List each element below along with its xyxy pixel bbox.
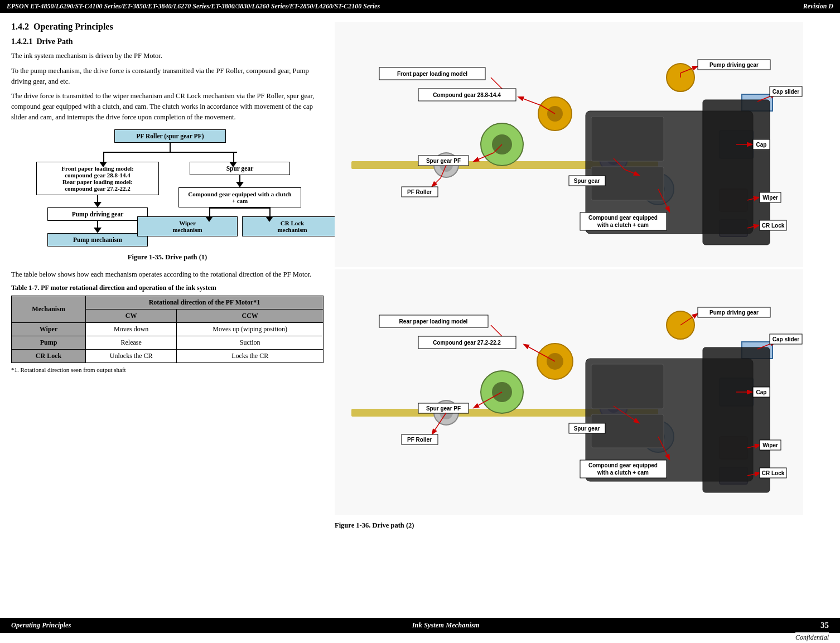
footer-center: Ink System Mechanism — [412, 621, 480, 630]
svg-text:CR Lock: CR Lock — [762, 470, 785, 476]
header-bar: EPSON ET-4850/L6290/ST-C4100 Series/ET-3… — [0, 0, 840, 13]
table-footnote: *1. Rotational direction seen from outpu… — [11, 366, 324, 373]
col-ccw: CCW — [177, 310, 324, 323]
diagram-top-svg: Front paper loading model Pump driving g… — [335, 22, 803, 267]
svg-text:Pump driving gear: Pump driving gear — [709, 310, 759, 316]
flow-box-pump-mech: Pump mechanism — [47, 233, 148, 246]
svg-text:Spur gear PF: Spur gear PF — [426, 405, 461, 412]
body-para-2: To the pump mechanism, the drive force i… — [11, 66, 324, 87]
table-caption: Table 1-7. PF motor rotational direction… — [11, 284, 324, 292]
flow-box-spur-gear: Spur gear — [190, 162, 290, 175]
table-row: Pump Release Suction — [12, 336, 324, 350]
row-crlock-mech: CR Lock — [12, 350, 86, 363]
col-mechanism: Mechanism — [12, 296, 86, 323]
fig35-caption: Figure 1-35. Drive path (1) — [11, 253, 324, 262]
row-wiper-cw: Moves down — [86, 323, 177, 336]
diagram-bottom-svg: Rear paper loading model Pump driving ge… — [335, 269, 803, 515]
header-title: EPSON ET-4850/L6290/ST-C4100 Series/ET-3… — [7, 2, 380, 11]
flow-box-crlock: CR Lock mechanism — [242, 216, 342, 236]
row-pump-cw: Release — [86, 336, 177, 350]
svg-text:Front paper loading model: Front paper loading model — [397, 71, 467, 77]
svg-text:Compound gear 28.8-14.4: Compound gear 28.8-14.4 — [433, 92, 501, 98]
svg-text:Compound gear equipped: Compound gear equipped — [588, 215, 658, 221]
section-title: 1.4.2 Operating Principles — [11, 22, 324, 32]
svg-text:PF Roller: PF Roller — [407, 437, 432, 443]
svg-text:CR Lock: CR Lock — [762, 223, 785, 229]
svg-text:Spur gear PF: Spur gear PF — [426, 158, 461, 164]
row-pump-ccw: Suction — [177, 336, 324, 350]
flow-box-wiper: Wiper mechanism — [137, 216, 238, 236]
svg-text:Compound gear 27.2-22.2: Compound gear 27.2-22.2 — [433, 340, 501, 346]
flow-box-pump-gear: Pump driving gear — [47, 207, 148, 221]
left-column: 1.4.2 Operating Principles 1.4.2.1 Drive… — [11, 22, 324, 530]
svg-text:Pump driving gear: Pump driving gear — [709, 62, 759, 68]
svg-text:with a clutch + cam: with a clutch + cam — [597, 222, 649, 228]
row-wiper-ccw: Moves up (wiping position) — [177, 323, 324, 336]
row-wiper-mech: Wiper — [12, 323, 86, 336]
svg-rect-80 — [591, 364, 664, 409]
svg-text:Cap slider: Cap slider — [773, 336, 799, 342]
svg-text:PF Roller: PF Roller — [407, 189, 432, 195]
main-content: 1.4.2 Operating Principles 1.4.2.1 Drive… — [0, 13, 840, 530]
footer-bar: Operating Principles Ink System Mechanis… — [0, 618, 840, 633]
svg-text:Cap slider: Cap slider — [773, 89, 799, 95]
svg-text:Rear paper loading model: Rear paper loading model — [399, 318, 468, 325]
col-rotational-dir: Rotational direction of the PF Motor*1 — [86, 296, 324, 310]
flow-diagram: PF Roller (spur gear PF) — [17, 129, 324, 246]
svg-rect-19 — [591, 117, 664, 161]
table-row: Wiper Moves down Moves up (wiping positi… — [12, 323, 324, 336]
svg-text:Cap: Cap — [756, 142, 767, 148]
body-para-1: The ink system mechanism is driven by th… — [11, 51, 324, 61]
flow-box-left-1: Front paper loading model: compound gear… — [36, 162, 159, 195]
subsection-title: 1.4.2.1 Drive Path — [11, 37, 324, 46]
body-para-3: The drive force is transmitted to the wi… — [11, 91, 324, 122]
schematic-top: Front paper loading model Pump driving g… — [335, 22, 829, 515]
header-revision: Revision D — [803, 2, 833, 11]
table-intro: The table below shows how each mechanism… — [11, 269, 324, 280]
table-row: CR Lock Unlocks the CR Locks the CR — [12, 350, 324, 363]
row-pump-mech: Pump — [12, 336, 86, 350]
svg-text:Cap: Cap — [756, 389, 767, 395]
footer-left: Operating Principles — [11, 621, 71, 630]
svg-text:Wiper: Wiper — [762, 442, 778, 448]
col-cw: CW — [86, 310, 177, 323]
row-crlock-ccw: Locks the CR — [177, 350, 324, 363]
flow-box-compound-clutch: Compound gear equipped with a clutch + c… — [178, 187, 301, 207]
svg-text:with a clutch + cam: with a clutch + cam — [597, 470, 649, 476]
fig36-caption: Figure 1-36. Drive path (2) — [335, 521, 829, 530]
svg-text:Wiper: Wiper — [762, 195, 778, 201]
svg-text:Spur gear: Spur gear — [574, 426, 600, 432]
row-crlock-cw: Unlocks the CR — [86, 350, 177, 363]
right-column: Front paper loading model Pump driving g… — [329, 22, 829, 530]
flow-box-top: PF Roller (spur gear PF) — [114, 129, 226, 143]
footer-page: 35 — [820, 621, 829, 630]
svg-text:Spur gear: Spur gear — [574, 178, 600, 184]
svg-text:Compound gear equipped: Compound gear equipped — [588, 462, 658, 468]
pf-motor-table: Mechanism Rotational direction of the PF… — [11, 296, 324, 363]
footer-confidential: Confidential — [795, 632, 829, 643]
